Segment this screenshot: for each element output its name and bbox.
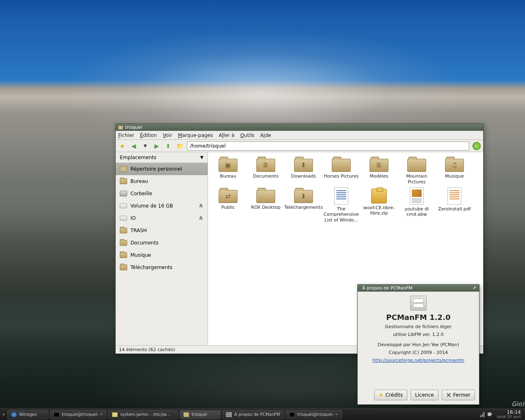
volume-icon[interactable] (488, 411, 493, 417)
credits-label: Crédits (386, 392, 403, 398)
sidebar-item-label: Documents (130, 240, 158, 246)
sidebar-item-label: Musique (130, 252, 151, 258)
taskbar-item[interactable]: Nitrogen (7, 410, 48, 419)
menu-voir[interactable]: Voir (163, 132, 172, 138)
taskbar-item-label: trisquel@trisquel: ~ (297, 412, 338, 417)
sidebar-header[interactable]: Emplacements ▼ (116, 152, 208, 163)
file-item[interactable]: Horses Pictures (323, 156, 360, 185)
sidebar-item-label: TRASH (130, 228, 147, 233)
folder-icon: 🗎 (370, 159, 388, 172)
folder-icon (332, 159, 351, 172)
about-titlebar[interactable]: À propos de PCManFM ↗ (358, 285, 479, 292)
file-item[interactable]: ⬇Downloads (285, 156, 322, 185)
file-item[interactable]: ▣Bureau (210, 156, 247, 185)
sidebar-item-2[interactable]: Corbeille (116, 187, 208, 200)
about-desc-1: Gestionnaire de fichiers léger (385, 324, 452, 329)
app-icon (11, 412, 17, 417)
menu-bar: FichierÉditionVoirMarque-pagesAller àOut… (116, 131, 483, 140)
sidebar-item-1[interactable]: Bureau (116, 175, 208, 187)
taskbar-item[interactable]: trisquel (180, 410, 221, 419)
folder-icon (120, 178, 127, 184)
file-icon (410, 187, 424, 205)
toolbar: ★ ◀ ▼ ▶ ⬆ 📁 /home/trisquel (116, 140, 483, 152)
file-label: Downloads (291, 173, 316, 179)
file-item[interactable]: woof-CE-libre-libre.zip (361, 187, 397, 223)
taskbar-item[interactable]: À propos de PCManFM (222, 410, 283, 419)
menu-marque-pages[interactable]: Marque-pages (178, 132, 213, 138)
up-button[interactable]: ⬆ (164, 142, 172, 150)
file-item[interactable]: ♫Musique (436, 156, 473, 185)
menu-aller à[interactable]: Aller à (219, 132, 234, 138)
folder-icon (407, 159, 426, 172)
about-copyright: Copyright (C) 2009 - 2014 (389, 350, 448, 355)
about-button-row: Crédits Licence Fermer (358, 386, 479, 404)
licence-button[interactable]: Licence (411, 390, 438, 400)
bookmark-icon[interactable]: ★ (118, 142, 126, 150)
home-icon[interactable]: 📁 (176, 142, 184, 150)
taskbar: ▾ Nitrogentrisquel@trisquel: ~system.jwm… (0, 409, 525, 420)
close-button[interactable]: Fermer (442, 390, 475, 400)
sidebar-header-label: Emplacements (120, 155, 156, 160)
file-item[interactable]: ROX Desktop (247, 187, 284, 223)
chevron-down-icon: ▼ (200, 155, 203, 160)
folder-icon: ⇄ (219, 190, 237, 203)
folder-icon: ▣ (219, 159, 237, 172)
maximize-icon[interactable]: ↗ (472, 286, 477, 291)
window-title: trisquel (125, 125, 142, 130)
sidebar-item-4[interactable]: IO (116, 212, 208, 224)
file-item[interactable]: youtube dl cmd.abw (398, 187, 435, 223)
taskbar-item-label: system.jwmrc - /etc/jwm - ... (120, 412, 174, 417)
file-label: Musique (445, 173, 464, 179)
taskbar-item[interactable]: system.jwmrc - /etc/jwm - ... (108, 410, 178, 419)
file-item[interactable]: 🗎Documents (247, 156, 284, 185)
taskbar-menu-icon[interactable]: ▾ (2, 410, 6, 419)
back-button[interactable]: ◀ (130, 142, 138, 150)
file-label: Public (221, 205, 235, 210)
menu-outils[interactable]: Outils (240, 132, 255, 138)
taskbar-item[interactable]: trisquel@trisquel: ~ (285, 410, 342, 419)
sidebar-item-8[interactable]: Téléchargements (116, 261, 208, 274)
clock[interactable]: 16:14 lundi 10 avril (497, 410, 521, 419)
history-dropdown-icon[interactable]: ▼ (141, 142, 149, 150)
credits-button[interactable]: Crédits (374, 390, 407, 400)
sidebar-item-7[interactable]: Musique (116, 249, 208, 261)
eject-icon[interactable] (199, 203, 203, 208)
file-item[interactable]: The Comprehensive List of Windo... (323, 187, 360, 223)
file-item[interactable]: ⇄Public (210, 187, 247, 223)
go-button[interactable] (472, 142, 481, 150)
file-icon (334, 187, 348, 205)
win-icon (226, 412, 232, 417)
folder-icon (120, 252, 127, 258)
sidebar-item-3[interactable]: Volume de 16 GB (116, 200, 208, 212)
file-label: The Comprehensive List of Windo... (323, 206, 360, 223)
sidebar-item-label: Bureau (130, 178, 148, 184)
file-item[interactable]: 🗎Modèles (361, 156, 397, 185)
sidebar-item-0[interactable]: Répertoire personnel (116, 163, 208, 175)
forward-button[interactable]: ▶ (153, 142, 161, 150)
menu-fichier[interactable]: Fichier (118, 132, 134, 138)
address-bar[interactable]: /home/trisquel (187, 142, 469, 151)
about-dialog: À propos de PCManFM ↗ PCManFM 1.2.0 Gest… (357, 284, 479, 405)
sidebar-item-5[interactable]: TRASH (116, 224, 208, 237)
address-path: /home/trisquel (190, 143, 226, 149)
menu-édition[interactable]: Édition (140, 132, 157, 138)
eject-icon[interactable] (199, 216, 203, 221)
folder-icon (120, 265, 127, 270)
network-icon[interactable] (479, 411, 484, 417)
window-titlebar[interactable]: trisquel (116, 124, 483, 131)
sidebar-item-label: Téléchargements (130, 265, 172, 270)
file-item[interactable]: Mountain Pictures (398, 156, 435, 185)
about-link[interactable]: http://sourceforge.net/projects/pcmanfm (372, 358, 464, 363)
file-item[interactable]: ⬇Téléchargements (285, 187, 322, 223)
file-item[interactable]: ZeroInstall.pdf (436, 187, 473, 223)
drive-icon (120, 203, 127, 208)
star-icon (379, 393, 383, 397)
folder-icon: 🗎 (256, 159, 275, 172)
menu-aide[interactable]: Aide (260, 132, 271, 138)
sidebar-item-label: Corbeille (130, 191, 152, 196)
file-label: Horses Pictures (324, 173, 359, 179)
folder-icon: ⬇ (294, 190, 313, 203)
drive-icon (120, 216, 127, 221)
sidebar-item-6[interactable]: Documents (116, 237, 208, 249)
taskbar-item[interactable]: trisquel@trisquel: ~ (50, 410, 107, 419)
